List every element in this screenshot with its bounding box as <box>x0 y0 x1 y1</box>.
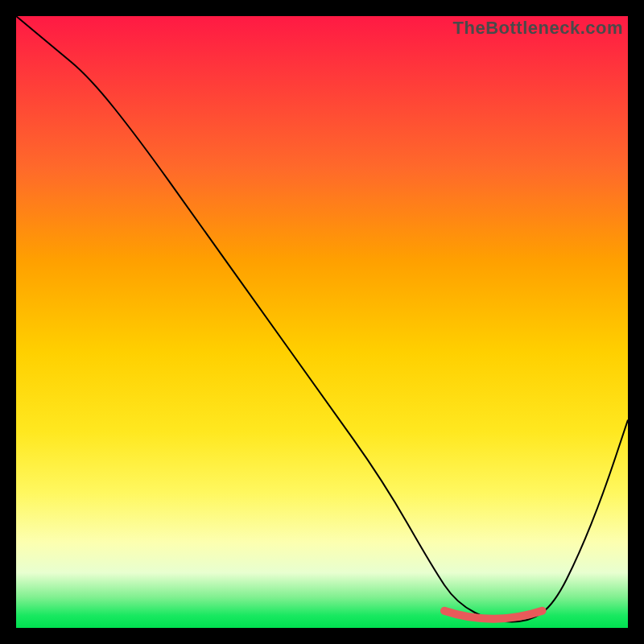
chart-frame: TheBottleneck.com <box>0 0 644 644</box>
plot-area: TheBottleneck.com <box>16 16 628 628</box>
bottleneck-curve-line <box>16 16 628 621</box>
bottleneck-chart <box>16 16 628 628</box>
optimal-range-highlight <box>444 611 543 619</box>
